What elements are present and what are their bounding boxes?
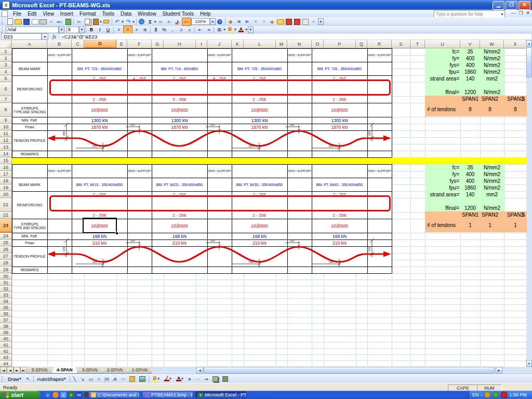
prev-sheet-icon[interactable]: ◀	[7, 367, 14, 374]
cell-beam-mark[interactable]: BM. PT. 724 - 800x850	[152, 62, 207, 75]
label-pmax[interactable]: Pmax	[12, 124, 47, 130]
row-header-44[interactable]: 44	[0, 361, 12, 367]
addin-zoom-grid-icon[interactable]: ⌕	[310, 18, 318, 25]
cell-beam-mark[interactable]: BM. PT. 726 - 350/400x850	[312, 62, 367, 75]
fx-icon[interactable]: fx	[52, 34, 56, 39]
addin-import-icon[interactable]: ⇉	[235, 18, 243, 25]
align-center-icon[interactable]: ≡	[123, 25, 132, 34]
row-header-29[interactable]: 29	[0, 267, 12, 273]
align-right-icon[interactable]: ≡	[132, 26, 141, 33]
vertical-scrollbar[interactable]: ▲ ▼	[526, 40, 532, 367]
toolbar-grip[interactable]	[2, 376, 4, 382]
row-header-18[interactable]: 18	[0, 178, 12, 184]
row-header-5[interactable]: 5	[0, 75, 12, 82]
column-header-E[interactable]: E	[116, 40, 127, 48]
row-header-10[interactable]: 10	[0, 124, 12, 130]
cell-stirrups[interactable]: 10@600	[232, 219, 287, 233]
italic-icon[interactable]: I	[96, 26, 104, 33]
rectangle-icon[interactable]: ▭	[87, 375, 96, 382]
row-header-16[interactable]: 16	[0, 164, 12, 171]
menu-edit[interactable]: Edit	[24, 11, 39, 17]
cell-grid-support[interactable]: GRID / SUPPORT	[207, 164, 232, 178]
paste-icon[interactable]	[91, 18, 100, 25]
selected-cell-border[interactable]	[83, 218, 117, 233]
arrow-style-icon[interactable]: ⇒	[202, 375, 210, 382]
label-remarks[interactable]: REMARKS	[12, 151, 47, 157]
line-style-icon[interactable]: ≡	[186, 375, 193, 382]
row-header-36[interactable]: 36	[0, 311, 12, 317]
row-header-34[interactable]: 34	[0, 298, 12, 304]
autoshapes-menu-button[interactable]: AutoShapes▼	[35, 375, 69, 382]
arrow-icon[interactable]: ↘	[78, 375, 87, 382]
column-header-D[interactable]: D	[84, 40, 116, 48]
row-header-26[interactable]: 26	[0, 246, 12, 253]
addin-person-icon[interactable]: ☃	[260, 18, 268, 25]
column-header-P[interactable]: P	[324, 40, 356, 48]
addin-grid-arrow-icon[interactable]	[301, 18, 310, 25]
tendons-value[interactable]: 8	[460, 102, 480, 116]
cell-min-peff[interactable]: 168 kN	[72, 233, 127, 240]
cell-reinf-bottom[interactable]: 2 - 25B	[72, 96, 127, 103]
task-button-2[interactable]: PTBEAMS1.bmp - Paint	[142, 391, 193, 398]
underline-icon[interactable]: U	[104, 26, 112, 33]
addin-insert-rows-icon[interactable]	[285, 18, 293, 25]
cell-reinf-top[interactable]: 2 - 25T	[232, 75, 287, 82]
tendons-value[interactable]: 8	[480, 102, 500, 116]
row-header-35[interactable]: 35	[0, 304, 12, 311]
name-box-dropdown-icon[interactable]: ▼	[42, 33, 48, 40]
new-icon[interactable]	[6, 18, 14, 25]
param-value[interactable]: 400	[460, 62, 480, 69]
draw-menu-button[interactable]: Draw▼	[6, 375, 24, 382]
percent-icon[interactable]: %	[160, 26, 168, 33]
shadow-style-icon[interactable]	[210, 375, 220, 382]
label-remarks[interactable]: REMARKS	[12, 267, 47, 273]
param-value[interactable]: 400	[460, 178, 480, 184]
save-icon[interactable]	[22, 18, 31, 25]
row-header-9[interactable]: 9	[0, 117, 12, 124]
quicklaunch-firefox-icon[interactable]	[52, 392, 59, 398]
tray-chevron-icon[interactable]: ‹	[481, 393, 483, 397]
cell-min-peff[interactable]: 168 kN	[152, 233, 207, 240]
column-header-A[interactable]: A	[12, 40, 47, 48]
sheet-tab-2-span[interactable]: 2-SPAN	[102, 367, 127, 374]
scroll-right-icon[interactable]: ▶	[496, 367, 502, 374]
sheet-tab-4-span[interactable]: 4-SPAN	[52, 367, 77, 374]
row-header-14[interactable]: 14	[0, 151, 12, 157]
tray-icon-3[interactable]	[501, 392, 507, 398]
cell-reinf-top[interactable]: 2 - 25T	[152, 75, 207, 82]
label-tendon-profile[interactable]: TENDON PROFILE	[12, 130, 47, 151]
cell-reinf-top[interactable]: 2 - 25T	[232, 191, 287, 198]
row-header-17[interactable]: 17	[0, 171, 12, 178]
tendons-value[interactable]: 1	[460, 218, 480, 232]
research-icon[interactable]	[64, 18, 72, 25]
sheet-tab-1-span[interactable]: 1-SPAN	[127, 367, 152, 374]
row-header-32[interactable]: 32	[0, 286, 12, 292]
cell-beam-mark[interactable]: BM. PT. 723 - 350/400x850	[72, 62, 127, 75]
label-tendon-profile[interactable]: TENDON PROFILE	[12, 246, 47, 267]
decrease-indent-icon[interactable]: ⇤	[196, 26, 204, 33]
menu-file[interactable]: File	[10, 11, 24, 17]
cell-min-peff[interactable]: 1300 kN	[152, 117, 207, 124]
row-header-38[interactable]: 38	[0, 323, 12, 329]
scroll-left-icon[interactable]: ◀	[196, 367, 203, 374]
row-header-21[interactable]: 21	[0, 198, 12, 212]
column-header-K[interactable]: K	[232, 40, 244, 48]
close-button[interactable]: ✕	[518, 1, 530, 10]
cell-reinf-bottom[interactable]: 5 - 25B	[152, 96, 207, 103]
autosum-icon[interactable]: Σ	[146, 18, 154, 25]
doc-restore-icon[interactable]: ❐	[518, 10, 523, 16]
horizontal-scroll-thumb[interactable]	[204, 367, 495, 374]
param-value[interactable]: 1200	[460, 205, 480, 211]
first-sheet-icon[interactable]: |◀	[0, 367, 7, 374]
currency-icon[interactable]: $	[152, 26, 160, 33]
column-header-Q[interactable]: Q	[356, 40, 367, 48]
vertical-scroll-thumb[interactable]	[526, 47, 532, 77]
hyperlink-icon[interactable]	[138, 18, 146, 25]
cell-grid-support[interactable]: GRID / SUPPORT	[47, 164, 72, 178]
sort-ascending-icon[interactable]: A↓	[157, 18, 165, 25]
cell-stirrups[interactable]: 10@600	[312, 103, 367, 117]
cell-pmax[interactable]: 1670 kN	[152, 124, 207, 130]
cell-reinf-top[interactable]: 2 - 25T	[152, 191, 207, 198]
row-header-7[interactable]: 7	[0, 96, 12, 103]
column-header-I[interactable]: I	[196, 40, 207, 48]
